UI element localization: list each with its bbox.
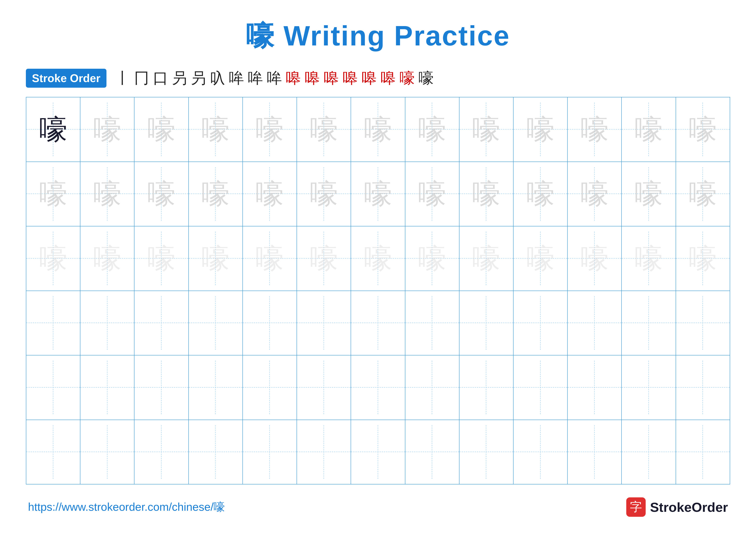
practice-char: 嚎 <box>202 115 230 143</box>
grid-cell[interactable] <box>459 420 513 484</box>
page-title: 嚎 Writing Practice <box>246 17 510 55</box>
grid-cell[interactable]: 嚎 <box>622 162 676 226</box>
grid-cell[interactable] <box>26 291 80 355</box>
grid-cell[interactable]: 嚎 <box>676 97 730 162</box>
grid-cell[interactable]: 嚎 <box>459 162 513 226</box>
grid-cell[interactable] <box>351 355 405 420</box>
stroke-step-14: 嗥 <box>381 68 396 88</box>
grid-cell[interactable] <box>80 355 134 420</box>
practice-char: 嚎 <box>364 244 392 272</box>
grid-cell[interactable] <box>351 420 405 484</box>
grid-cell[interactable] <box>297 420 351 484</box>
practice-char: 嚎 <box>472 244 500 272</box>
grid-cell[interactable]: 嚎 <box>26 97 80 162</box>
grid-cell[interactable] <box>405 355 459 420</box>
grid-cell[interactable]: 嚎 <box>459 97 513 162</box>
grid-cell[interactable]: 嚎 <box>26 226 80 291</box>
stroke-step-4: 叧 <box>191 68 206 88</box>
grid-cell[interactable] <box>622 420 676 484</box>
grid-cell[interactable] <box>676 420 730 484</box>
stroke-step-7: 哞 <box>248 68 263 88</box>
grid-cell[interactable] <box>676 355 730 420</box>
logo-text: StrokeOrder <box>650 499 728 515</box>
grid-cell[interactable]: 嚎 <box>26 162 80 226</box>
practice-char: 嚎 <box>580 180 608 208</box>
grid-cell[interactable] <box>405 420 459 484</box>
grid-cell[interactable]: 嚎 <box>351 162 405 226</box>
footer-url[interactable]: https://www.strokeorder.com/chinese/嚎 <box>28 499 225 515</box>
grid-cell[interactable]: 嚎 <box>243 226 297 291</box>
grid-cell[interactable]: 嚎 <box>351 226 405 291</box>
grid-cell[interactable]: 嚎 <box>297 226 351 291</box>
grid-cell[interactable] <box>676 291 730 355</box>
grid-cell[interactable]: 嚎 <box>80 97 134 162</box>
grid-cell[interactable] <box>459 291 513 355</box>
grid-cell[interactable] <box>297 355 351 420</box>
grid-cell[interactable]: 嚎 <box>351 97 405 162</box>
grid-cell[interactable]: 嚎 <box>297 162 351 226</box>
grid-cell[interactable]: 嚎 <box>405 162 459 226</box>
grid-cell[interactable]: 嚎 <box>622 97 676 162</box>
grid-cell[interactable]: 嚎 <box>297 97 351 162</box>
grid-cell[interactable] <box>134 355 188 420</box>
grid-cell[interactable] <box>189 355 243 420</box>
grid-cell[interactable]: 嚎 <box>513 97 567 162</box>
grid-cell[interactable]: 嚎 <box>189 226 243 291</box>
grid-cell[interactable]: 嚎 <box>243 97 297 162</box>
grid-cell[interactable]: 嚎 <box>567 162 622 226</box>
grid-cell[interactable]: 嚎 <box>243 162 297 226</box>
stroke-step-5: 叺 <box>210 68 225 88</box>
grid-cell[interactable] <box>459 355 513 420</box>
grid-cell[interactable]: 嚎 <box>189 162 243 226</box>
stroke-step-9: 嗥 <box>286 68 301 88</box>
grid-cell[interactable] <box>567 355 622 420</box>
grid-cell[interactable] <box>513 420 567 484</box>
grid-cell[interactable] <box>243 291 297 355</box>
grid-cell[interactable] <box>189 291 243 355</box>
grid-cell[interactable]: 嚎 <box>405 226 459 291</box>
grid-row-1: 嚎嚎嚎嚎嚎嚎嚎嚎嚎嚎嚎嚎嚎 <box>26 162 730 226</box>
grid-cell[interactable] <box>351 291 405 355</box>
grid-cell[interactable] <box>26 355 80 420</box>
grid-cell[interactable]: 嚎 <box>513 226 567 291</box>
grid-cell[interactable] <box>26 420 80 484</box>
grid-cell[interactable] <box>405 291 459 355</box>
grid-cell[interactable]: 嚎 <box>80 162 134 226</box>
grid-cell[interactable]: 嚎 <box>80 226 134 291</box>
stroke-step-12: 嗥 <box>343 68 358 88</box>
grid-cell[interactable] <box>622 291 676 355</box>
stroke-step-3: 叧 <box>172 68 187 88</box>
grid-cell[interactable] <box>513 291 567 355</box>
practice-char: 嚎 <box>202 180 230 208</box>
grid-cell[interactable] <box>189 420 243 484</box>
grid-cell[interactable]: 嚎 <box>676 162 730 226</box>
grid-cell[interactable]: 嚎 <box>134 226 188 291</box>
grid-cell[interactable] <box>80 291 134 355</box>
grid-cell[interactable]: 嚎 <box>567 226 622 291</box>
grid-row-4 <box>26 355 730 420</box>
grid-cell[interactable]: 嚎 <box>134 162 188 226</box>
grid-cell[interactable]: 嚎 <box>676 226 730 291</box>
grid-cell[interactable] <box>622 355 676 420</box>
practice-char: 嚎 <box>418 180 446 208</box>
practice-char: 嚎 <box>93 180 121 208</box>
grid-cell[interactable] <box>513 355 567 420</box>
grid-cell[interactable]: 嚎 <box>513 162 567 226</box>
grid-cell[interactable] <box>567 420 622 484</box>
grid-cell[interactable]: 嚎 <box>567 97 622 162</box>
grid-cell[interactable] <box>567 291 622 355</box>
grid-cell[interactable]: 嚎 <box>405 97 459 162</box>
grid-cell[interactable] <box>243 355 297 420</box>
grid-cell[interactable] <box>80 420 134 484</box>
grid-cell[interactable]: 嚎 <box>459 226 513 291</box>
grid-cell[interactable] <box>134 420 188 484</box>
grid-cell[interactable] <box>297 291 351 355</box>
practice-char: 嚎 <box>39 115 67 143</box>
grid-cell[interactable] <box>134 291 188 355</box>
grid-cell[interactable]: 嚎 <box>622 226 676 291</box>
stroke-step-13: 嗥 <box>362 68 377 88</box>
practice-char: 嚎 <box>418 244 446 272</box>
grid-cell[interactable]: 嚎 <box>134 97 188 162</box>
grid-cell[interactable]: 嚎 <box>189 97 243 162</box>
grid-cell[interactable] <box>243 420 297 484</box>
